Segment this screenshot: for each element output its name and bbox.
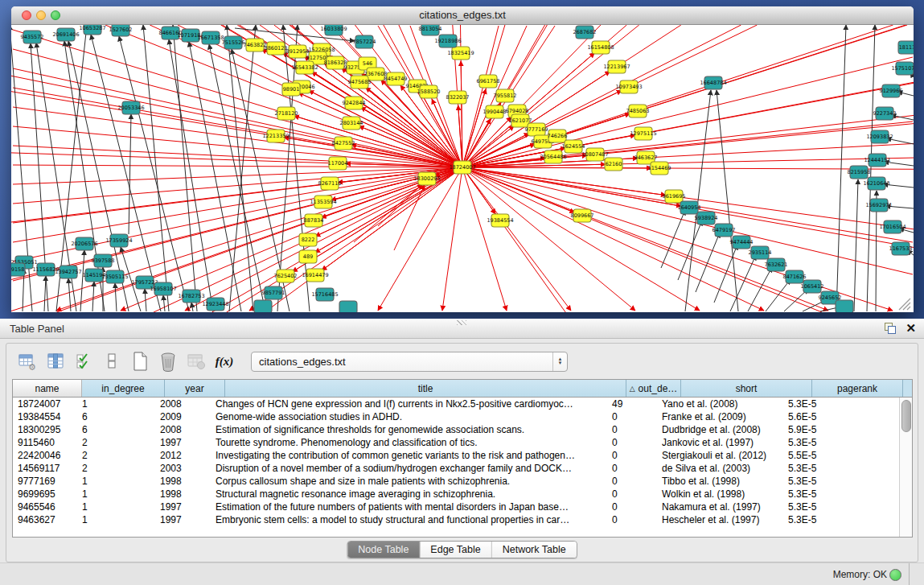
network-node[interactable]: 7857224 [353,35,376,48]
table-row[interactable]: 1938455462009Genome-wide association stu… [13,410,912,423]
table-row[interactable]: 2242004622012Investigating the contribut… [13,449,912,462]
network-node[interactable]: 9227343 [873,107,897,120]
network-node[interactable]: 7632621 [765,258,788,271]
column-header-out_de[interactable]: △out_de… [626,380,681,397]
network-node[interactable]: 16154808 [587,41,614,54]
network-node[interactable]: 15751074 [891,62,914,75]
network-node[interactable] [254,300,272,312]
network-node[interactable]: 1588520 [417,85,441,98]
memory-status-indicator[interactable] [889,569,901,581]
network-node[interactable]: 7463822 [244,39,267,51]
network-node[interactable]: 2718120 [275,107,298,120]
close-panel-icon[interactable]: ✕ [906,322,916,334]
network-node[interactable]: 18325419 [447,47,474,60]
column-header-pagerank[interactable]: pagerank [812,380,903,397]
table-row[interactable]: 911546021997Tourette syndrome. Phenomeno… [13,436,912,449]
table-row[interactable]: 946554611997Estimation of the future num… [13,501,912,513]
function-icon[interactable]: f(x) [215,352,234,371]
network-node[interactable]: 1167533 [889,242,913,255]
network-node[interactable]: 11353594 [310,196,336,208]
network-node[interactable]: 9435572 [21,31,44,43]
network-node[interactable]: 19384554 [487,214,513,227]
column-header-name[interactable]: name [13,380,82,397]
scrollbar-thumb[interactable] [901,400,911,432]
zoom-button[interactable] [51,10,60,20]
table-columns-icon[interactable] [46,352,65,371]
network-node[interactable]: 8860123 [265,42,288,55]
column-header-short[interactable]: short [681,380,812,397]
column-header-in_degree[interactable]: in_degree [82,380,165,397]
network-node[interactable]: 17359924 [105,234,132,247]
table-settings-icon[interactable]: ⚙ [18,352,37,371]
network-canvas[interactable]: 1872400788601238912954152260589127503165… [11,25,914,312]
table-scrollbar[interactable] [899,398,912,537]
network-node[interactable]: 9777169 [525,123,548,136]
network-node[interactable]: 5938924 [695,212,718,225]
network-node[interactable]: 8267110 [318,177,342,190]
network-node[interactable]: 10807487 [581,148,608,161]
float-window-icon[interactable] [885,323,896,334]
network-node[interactable]: 20691406 [52,28,79,41]
network-node[interactable]: 20053346 [117,101,144,114]
network-node[interactable]: 12444151 [864,154,890,167]
network-node[interactable]: 489 [299,250,317,263]
network-node[interactable]: 1640954 [678,201,701,214]
network-node[interactable]: 39158 [11,263,25,276]
network-node[interactable]: 16210643 [863,177,889,190]
network-node[interactable]: 7955812 [494,89,517,102]
network-node[interactable]: 1154469 [648,162,671,175]
network-node[interactable]: 887834 [304,214,324,227]
network-node[interactable]: 7625402 [274,270,298,282]
network-node[interactable]: 2687682 [573,26,597,39]
network-node[interactable]: 9475685 [348,76,372,89]
network-node[interactable]: 16033809 [320,25,347,35]
table-row[interactable]: 1456911722003Disruption of a novel membe… [13,462,912,475]
table-row[interactable]: 946362711997Embryonic stem cells: a mode… [13,513,912,526]
resize-grip[interactable] [899,299,910,310]
network-node[interactable]: 117004 [328,157,348,170]
network-node[interactable]: 9242844 [343,97,366,109]
network-node[interactable]: 62160 [605,158,622,171]
column-header-title[interactable]: title [225,380,626,397]
table-panel-header[interactable]: Table Panel ✕ [0,319,924,339]
network-node[interactable]: 9397588 [92,254,115,267]
trash-icon[interactable] [158,352,178,371]
network-node[interactable]: 8099667 [571,209,594,222]
network-node[interactable]: 7485063 [626,105,650,117]
table-row[interactable]: 1872400712008Changes of HCN gene express… [13,398,912,410]
network-node[interactable]: 746266 [548,130,568,142]
network-node[interactable] [836,300,853,312]
select-checklist-icon[interactable] [74,352,93,371]
network-node[interactable]: 1990448 [483,105,507,118]
network-node[interactable]: 19218986 [434,35,461,47]
network-node[interactable]: 12093832 [866,130,893,143]
network-node[interactable]: 9857791 [262,286,285,299]
table-row[interactable]: 1830029562008Estimation of significance … [13,423,912,436]
tab-network-table[interactable]: Network Table [492,542,577,558]
network-node[interactable]: 1527602 [109,25,133,36]
delete-table-icon[interactable] [187,352,206,371]
network-node[interactable] [339,301,357,312]
network-node[interactable]: 8454749 [384,72,408,85]
network-node[interactable]: 10653287 [79,25,105,35]
network-node[interactable]: 6479197 [713,224,736,237]
network-node[interactable]: 16782753 [178,290,204,303]
close-button[interactable] [22,10,31,20]
network-window-titlebar[interactable]: citations_edges.txt [11,6,914,25]
network-node[interactable]: 17016504 [879,220,906,233]
network-node[interactable]: 98901 [282,83,300,96]
column-header-year[interactable]: year [165,380,225,397]
minimize-button[interactable] [36,10,46,20]
splitter-grip[interactable] [457,320,466,325]
network-graph[interactable]: 1872400788601238912954152260589127503165… [11,25,914,312]
network-node[interactable]: 12975115 [630,127,656,140]
network-node[interactable]: 18113 [898,41,914,54]
network-node[interactable]: 15716485 [311,288,338,301]
network-node[interactable]: 8471626 [783,270,807,283]
tab-node-table[interactable]: Node Table [347,542,420,558]
network-node[interactable]: 8427552 [332,137,355,150]
table-row[interactable]: 969969511998Structural magnetic resonanc… [13,488,912,501]
network-node[interactable]: 12213967 [603,60,630,73]
network-node[interactable]: 8222 [299,233,317,246]
network-node[interactable]: 8215958 [848,166,871,179]
